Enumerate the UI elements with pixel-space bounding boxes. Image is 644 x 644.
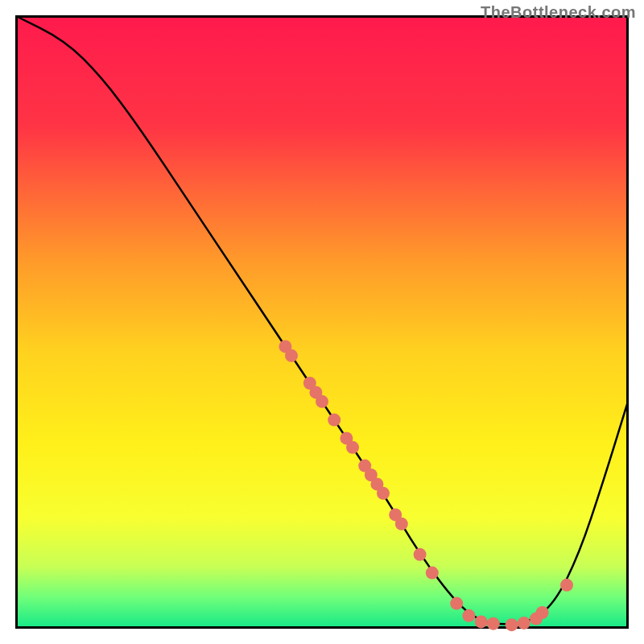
chart-container: TheBottleneck.com: [0, 0, 644, 644]
chart-plot-layer: [0, 0, 644, 644]
watermark-text: TheBottleneck.com: [481, 3, 636, 22]
